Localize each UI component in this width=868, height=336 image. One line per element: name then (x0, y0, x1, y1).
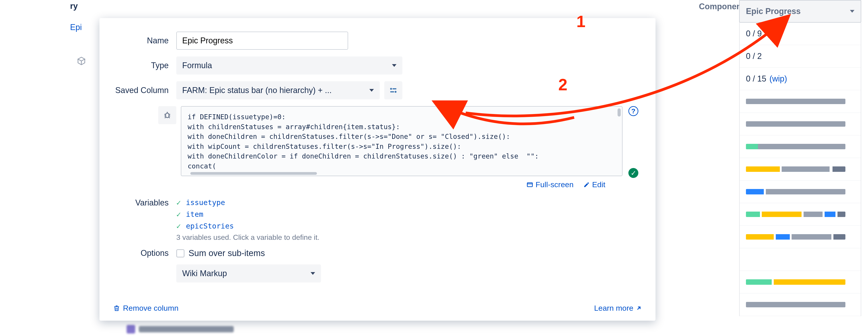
variable-name: item (186, 210, 203, 219)
chevron-down-icon (392, 64, 397, 67)
progress-bar (746, 166, 845, 172)
wip-badge: (wip) (770, 74, 787, 83)
saved-column-options-button[interactable] (384, 81, 402, 99)
epic-progress-cell: 0 / 15(wip) (740, 68, 861, 90)
label-variables: Variables (113, 198, 176, 207)
svg-point-0 (390, 88, 392, 90)
sum-over-subitems-label: Sum over sub-items (188, 248, 265, 258)
fullscreen-label: Full-screen (535, 180, 574, 189)
epic-progress-cell (740, 203, 861, 226)
label-saved-column: Saved Column (113, 86, 176, 95)
epic-progress-column: 0 / 90 / 20 / 15(wip) (739, 23, 861, 316)
saved-column-select[interactable]: FARM: Epic status bar (no hierarchy) + .… (176, 81, 380, 99)
cube-icon (77, 57, 86, 68)
epic-progress-cell (740, 158, 861, 181)
learn-more-link[interactable]: Learn more (594, 304, 642, 312)
learn-more-label: Learn more (594, 304, 633, 312)
epic-progress-cell (740, 181, 861, 203)
edit-label: Edit (592, 180, 605, 189)
scrollbar-horizontal[interactable] (190, 172, 317, 175)
format-select[interactable]: Wiki Markup (176, 264, 321, 282)
variable-item[interactable]: ✓issuetype (176, 198, 640, 207)
svg-point-2 (395, 91, 397, 93)
epic-progress-cell (740, 113, 861, 135)
svg-rect-4 (166, 113, 169, 117)
column-header-epic-progress[interactable]: Epic Progress (739, 0, 861, 23)
svg-line-11 (169, 117, 170, 118)
column-header-label: Epic Progress (746, 6, 801, 16)
format-select-value: Wiki Markup (182, 269, 227, 278)
epic-progress-cell: 0 / 2 (740, 45, 861, 68)
variable-item[interactable]: ✓item (176, 210, 640, 219)
variables-note: 3 variables used. Click a variable to de… (176, 233, 640, 242)
help-icon[interactable]: ? (628, 106, 638, 116)
progress-bar (746, 144, 845, 149)
variable-name: epicStories (186, 222, 234, 230)
label-name: Name (113, 36, 176, 45)
progress-bar (746, 302, 845, 307)
epic-progress-cell (740, 90, 861, 113)
progress-bar (746, 121, 845, 127)
tree-node-epic-fragment[interactable]: Epi (70, 23, 82, 32)
type-select-value: Formula (182, 61, 212, 70)
sliders-icon (389, 86, 398, 95)
progress-bar (746, 99, 845, 104)
arrow-top-right-icon (636, 305, 642, 311)
formula-debug-button[interactable] (158, 106, 176, 124)
epic-progress-cell (740, 248, 861, 271)
trash-icon (113, 305, 120, 312)
column-header-components-fragment[interactable]: Componen (699, 2, 741, 11)
variable-item[interactable]: ✓epicStories (176, 222, 640, 231)
name-input[interactable] (176, 32, 348, 50)
svg-rect-12 (527, 183, 532, 187)
check-circle-icon: ✓ (628, 168, 638, 178)
header-fragment-left: ry (70, 1, 78, 11)
fullscreen-link[interactable]: Full-screen (526, 180, 574, 189)
scrollbar-vertical[interactable] (618, 108, 621, 116)
epic-progress-cell: 0 / 9 (740, 23, 861, 45)
progress-bar (746, 279, 845, 285)
progress-bar (746, 211, 845, 217)
chevron-down-icon (369, 89, 374, 92)
bug-icon (162, 110, 172, 120)
epic-progress-cell (740, 226, 861, 248)
check-icon: ✓ (176, 210, 181, 219)
blurred-tree-row (127, 325, 253, 334)
epic-progress-cell (740, 135, 861, 158)
chevron-down-icon (850, 10, 855, 13)
fullscreen-icon (526, 181, 533, 188)
edit-link[interactable]: Edit (583, 180, 605, 189)
label-type: Type (113, 61, 176, 70)
remove-column-label: Remove column (123, 304, 179, 312)
remove-column-link[interactable]: Remove column (113, 304, 179, 312)
svg-line-10 (165, 117, 166, 118)
epic-progress-cell (740, 294, 861, 316)
sum-over-subitems-checkbox[interactable] (176, 249, 184, 258)
formula-editor[interactable]: if DEFINED(issuetype)=0: with childrenSt… (181, 106, 622, 176)
check-icon: ✓ (176, 222, 181, 231)
epic-progress-cell (740, 271, 861, 294)
progress-bar (746, 189, 845, 194)
label-options: Options (113, 248, 176, 258)
saved-column-value: FARM: Epic status bar (no hierarchy) + .… (182, 86, 332, 95)
type-select[interactable]: Formula (176, 57, 402, 74)
check-icon: ✓ (176, 198, 181, 207)
progress-bar (746, 234, 845, 240)
column-config-panel: Name Type Formula Saved Column FARM: Epi… (99, 18, 655, 321)
variable-name: issuetype (186, 198, 225, 207)
chevron-down-icon (311, 272, 315, 275)
pencil-icon (583, 181, 590, 188)
